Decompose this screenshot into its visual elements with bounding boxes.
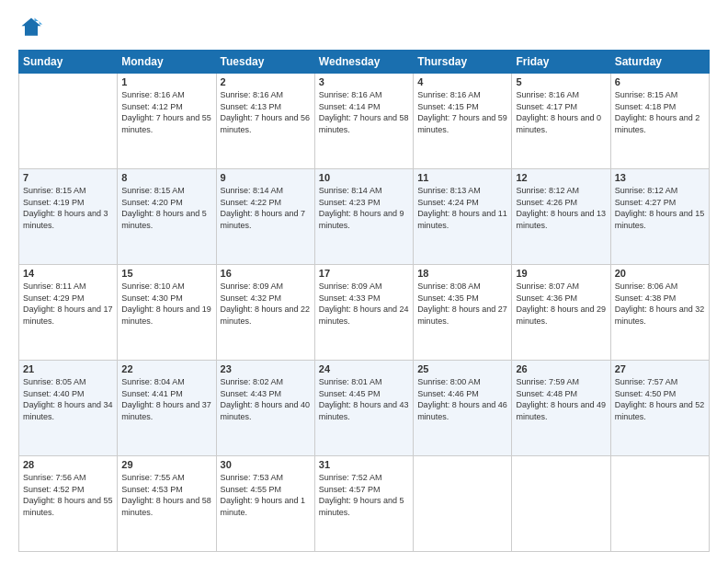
calendar-cell: 14Sunrise: 8:11 AMSunset: 4:29 PMDayligh… — [19, 265, 118, 361]
calendar-cell: 17Sunrise: 8:09 AMSunset: 4:33 PMDayligh… — [314, 265, 413, 361]
calendar-cell: 10Sunrise: 8:14 AMSunset: 4:23 PMDayligh… — [314, 169, 413, 265]
calendar-header-row: SundayMondayTuesdayWednesdayThursdayFrid… — [19, 51, 710, 74]
cell-text: Sunrise: 8:14 AMSunset: 4:22 PMDaylight:… — [221, 185, 311, 231]
day-number: 28 — [23, 459, 113, 470]
calendar-cell: 21Sunrise: 8:05 AMSunset: 4:40 PMDayligh… — [19, 361, 118, 456]
day-number: 3 — [319, 76, 409, 87]
calendar-cell: 30Sunrise: 7:53 AMSunset: 4:55 PMDayligh… — [216, 456, 314, 552]
day-number: 7 — [23, 172, 113, 183]
calendar-cell: 28Sunrise: 7:56 AMSunset: 4:52 PMDayligh… — [19, 456, 118, 552]
day-number: 18 — [417, 268, 507, 279]
cell-text: Sunrise: 8:01 AMSunset: 4:45 PMDaylight:… — [319, 376, 409, 422]
calendar-cell: 23Sunrise: 8:02 AMSunset: 4:43 PMDayligh… — [216, 361, 314, 456]
calendar-cell: 26Sunrise: 7:59 AMSunset: 4:48 PMDayligh… — [512, 361, 610, 456]
cell-text: Sunrise: 8:13 AMSunset: 4:24 PMDaylight:… — [417, 185, 507, 231]
cell-text: Sunrise: 7:56 AMSunset: 4:52 PMDaylight:… — [23, 472, 113, 518]
day-header-sunday: Sunday — [19, 51, 118, 74]
day-header-thursday: Thursday — [414, 51, 512, 74]
day-number: 6 — [615, 76, 705, 87]
cell-text: Sunrise: 8:12 AMSunset: 4:26 PMDaylight:… — [516, 185, 606, 231]
day-number: 25 — [417, 363, 507, 374]
calendar-cell: 12Sunrise: 8:12 AMSunset: 4:26 PMDayligh… — [512, 169, 610, 265]
week-row-3: 14Sunrise: 8:11 AMSunset: 4:29 PMDayligh… — [19, 265, 710, 361]
calendar-cell: 11Sunrise: 8:13 AMSunset: 4:24 PMDayligh… — [414, 169, 512, 265]
day-number: 20 — [615, 268, 705, 279]
calendar-cell: 7Sunrise: 8:15 AMSunset: 4:19 PMDaylight… — [19, 169, 118, 265]
cell-text: Sunrise: 8:02 AMSunset: 4:43 PMDaylight:… — [221, 376, 311, 422]
cell-text: Sunrise: 8:15 AMSunset: 4:20 PMDaylight:… — [121, 185, 211, 231]
calendar-cell: 16Sunrise: 8:09 AMSunset: 4:32 PMDayligh… — [216, 265, 314, 361]
calendar-cell: 27Sunrise: 7:57 AMSunset: 4:50 PMDayligh… — [610, 361, 709, 456]
week-row-2: 7Sunrise: 8:15 AMSunset: 4:19 PMDaylight… — [19, 169, 710, 265]
calendar-cell: 8Sunrise: 8:15 AMSunset: 4:20 PMDaylight… — [118, 169, 216, 265]
day-number: 16 — [221, 268, 311, 279]
cell-text: Sunrise: 8:16 AMSunset: 4:15 PMDaylight:… — [417, 89, 507, 135]
day-number: 5 — [516, 76, 606, 87]
logo-icon — [18, 15, 44, 40]
week-row-1: 1Sunrise: 8:16 AMSunset: 4:12 PMDaylight… — [19, 74, 710, 169]
day-number: 13 — [615, 172, 705, 183]
day-number: 9 — [221, 172, 311, 183]
day-number: 17 — [319, 268, 409, 279]
calendar-cell: 2Sunrise: 8:16 AMSunset: 4:13 PMDaylight… — [216, 74, 314, 169]
cell-text: Sunrise: 8:16 AMSunset: 4:12 PMDaylight:… — [121, 89, 211, 135]
day-number: 1 — [121, 76, 211, 87]
calendar-cell: 20Sunrise: 8:06 AMSunset: 4:38 PMDayligh… — [610, 265, 709, 361]
week-row-4: 21Sunrise: 8:05 AMSunset: 4:40 PMDayligh… — [19, 361, 710, 456]
day-number: 15 — [121, 268, 211, 279]
calendar-cell: 5Sunrise: 8:16 AMSunset: 4:17 PMDaylight… — [512, 74, 610, 169]
day-number: 4 — [417, 76, 507, 87]
cell-text: Sunrise: 8:10 AMSunset: 4:30 PMDaylight:… — [121, 281, 211, 327]
day-number: 10 — [319, 172, 409, 183]
day-header-tuesday: Tuesday — [216, 51, 314, 74]
calendar-cell: 24Sunrise: 8:01 AMSunset: 4:45 PMDayligh… — [314, 361, 413, 456]
cell-text: Sunrise: 7:55 AMSunset: 4:53 PMDaylight:… — [121, 472, 211, 518]
cell-text: Sunrise: 8:12 AMSunset: 4:27 PMDaylight:… — [615, 185, 705, 231]
header — [18, 15, 710, 40]
day-header-wednesday: Wednesday — [314, 51, 413, 74]
day-number: 29 — [121, 459, 211, 470]
calendar-cell: 6Sunrise: 8:15 AMSunset: 4:18 PMDaylight… — [610, 74, 709, 169]
cell-text: Sunrise: 7:53 AMSunset: 4:55 PMDaylight:… — [221, 472, 311, 518]
logo — [18, 15, 48, 40]
svg-marker-0 — [22, 18, 41, 36]
cell-text: Sunrise: 8:15 AMSunset: 4:19 PMDaylight:… — [23, 185, 113, 231]
day-number: 23 — [221, 363, 311, 374]
day-number: 11 — [417, 172, 507, 183]
day-number: 21 — [23, 363, 113, 374]
page: SundayMondayTuesdayWednesdayThursdayFrid… — [0, 0, 728, 563]
calendar-cell: 18Sunrise: 8:08 AMSunset: 4:35 PMDayligh… — [414, 265, 512, 361]
day-number: 22 — [121, 363, 211, 374]
day-number: 30 — [221, 459, 311, 470]
cell-text: Sunrise: 8:08 AMSunset: 4:35 PMDaylight:… — [417, 281, 507, 327]
calendar-cell: 15Sunrise: 8:10 AMSunset: 4:30 PMDayligh… — [118, 265, 216, 361]
cell-text: Sunrise: 8:06 AMSunset: 4:38 PMDaylight:… — [615, 281, 705, 327]
calendar-table: SundayMondayTuesdayWednesdayThursdayFrid… — [18, 50, 710, 552]
calendar-cell: 22Sunrise: 8:04 AMSunset: 4:41 PMDayligh… — [118, 361, 216, 456]
calendar-cell — [414, 456, 512, 552]
calendar-cell — [512, 456, 610, 552]
calendar-cell: 31Sunrise: 7:52 AMSunset: 4:57 PMDayligh… — [314, 456, 413, 552]
calendar-cell: 1Sunrise: 8:16 AMSunset: 4:12 PMDaylight… — [118, 74, 216, 169]
cell-text: Sunrise: 8:00 AMSunset: 4:46 PMDaylight:… — [417, 376, 507, 422]
calendar-cell: 13Sunrise: 8:12 AMSunset: 4:27 PMDayligh… — [610, 169, 709, 265]
cell-text: Sunrise: 8:09 AMSunset: 4:32 PMDaylight:… — [221, 281, 311, 327]
day-number: 8 — [121, 172, 211, 183]
cell-text: Sunrise: 8:11 AMSunset: 4:29 PMDaylight:… — [23, 281, 113, 327]
day-number: 27 — [615, 363, 705, 374]
calendar-cell: 9Sunrise: 8:14 AMSunset: 4:22 PMDaylight… — [216, 169, 314, 265]
calendar-cell: 19Sunrise: 8:07 AMSunset: 4:36 PMDayligh… — [512, 265, 610, 361]
cell-text: Sunrise: 8:05 AMSunset: 4:40 PMDaylight:… — [23, 376, 113, 422]
cell-text: Sunrise: 7:57 AMSunset: 4:50 PMDaylight:… — [615, 376, 705, 422]
cell-text: Sunrise: 7:52 AMSunset: 4:57 PMDaylight:… — [319, 472, 409, 518]
day-number: 12 — [516, 172, 606, 183]
day-number: 26 — [516, 363, 606, 374]
calendar-cell: 3Sunrise: 8:16 AMSunset: 4:14 PMDaylight… — [314, 74, 413, 169]
week-row-5: 28Sunrise: 7:56 AMSunset: 4:52 PMDayligh… — [19, 456, 710, 552]
calendar-cell: 25Sunrise: 8:00 AMSunset: 4:46 PMDayligh… — [414, 361, 512, 456]
cell-text: Sunrise: 8:16 AMSunset: 4:14 PMDaylight:… — [319, 89, 409, 135]
day-header-monday: Monday — [118, 51, 216, 74]
cell-text: Sunrise: 8:16 AMSunset: 4:17 PMDaylight:… — [516, 89, 606, 135]
day-number: 2 — [221, 76, 311, 87]
day-number: 19 — [516, 268, 606, 279]
